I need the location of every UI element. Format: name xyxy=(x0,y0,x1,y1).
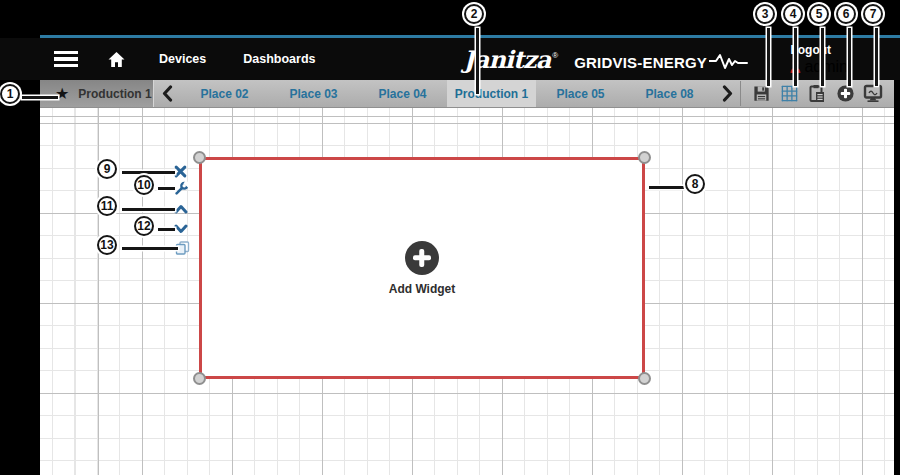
resize-handle-bottom-right[interactable] xyxy=(638,372,651,385)
main-navbar: Devices Dashboards Janitza ® GRIDVIS-ENE… xyxy=(0,38,900,80)
callout-6-line xyxy=(848,28,851,86)
tab-place-02[interactable]: Place 02 xyxy=(180,80,269,107)
plus-icon xyxy=(405,241,439,275)
save-button[interactable] xyxy=(751,83,773,105)
callout-1: 1 xyxy=(0,84,20,104)
tab-place-03[interactable]: Place 03 xyxy=(269,80,358,107)
star-icon: ★ xyxy=(55,86,69,102)
paste-icon xyxy=(808,84,826,103)
pulse-waveform-icon xyxy=(709,51,749,71)
close-icon xyxy=(174,165,187,178)
callout-5-line xyxy=(821,28,824,86)
callout-2-line xyxy=(476,28,479,94)
display-icon xyxy=(863,84,883,103)
product-name: GRIDVIS-ENERGY xyxy=(574,54,707,71)
wrench-icon xyxy=(174,181,189,196)
dashboard-toolbar xyxy=(741,80,894,107)
resize-handle-top-left[interactable] xyxy=(193,151,206,164)
callout-11: 11 xyxy=(97,196,117,216)
callout-3: 3 xyxy=(755,4,775,24)
accent-divider xyxy=(40,35,900,38)
resize-handle-top-right[interactable] xyxy=(638,151,651,164)
nav-item-dashboards[interactable]: Dashboards xyxy=(243,52,315,66)
callout-13-line xyxy=(122,247,178,250)
callout-3-line xyxy=(767,28,770,86)
right-black-strip xyxy=(894,80,900,475)
callout-7: 7 xyxy=(863,4,883,24)
add-dashboard-button[interactable] xyxy=(834,83,856,105)
current-user: admin xyxy=(790,58,848,76)
tab-place-04[interactable]: Place 04 xyxy=(358,80,447,107)
callout-10-line xyxy=(158,187,175,190)
tab-production-1-active[interactable]: Production 1 xyxy=(447,80,536,107)
add-widget-label: Add Widget xyxy=(389,282,456,296)
save-icon xyxy=(752,84,771,103)
chevron-right-icon xyxy=(722,85,733,102)
move-down-icon xyxy=(174,224,188,234)
callout-7-line xyxy=(875,28,878,86)
callout-8: 8 xyxy=(685,174,705,194)
widget-settings-button[interactable] xyxy=(174,181,189,196)
callout-4: 4 xyxy=(783,4,803,24)
home-button[interactable] xyxy=(107,51,126,68)
dashboard-tabbar: ★ Production 1 Place 02 Place 03 Place 0… xyxy=(40,80,894,108)
callout-11-line xyxy=(122,208,175,211)
display-mode-button[interactable] xyxy=(862,83,884,105)
selected-widget-frame[interactable]: Add Widget xyxy=(199,157,645,379)
favorite-dashboard-tab[interactable]: ★ Production 1 xyxy=(40,80,154,107)
tab-place-08[interactable]: Place 08 xyxy=(625,80,714,107)
brand-logo-group: Janitza ® GRIDVIS-ENERGY xyxy=(464,45,749,74)
grid-toggle-button[interactable] xyxy=(779,83,801,105)
callout-5: 5 xyxy=(809,4,829,24)
callout-13: 13 xyxy=(97,235,117,255)
username-label: admin xyxy=(804,58,848,76)
tabs-scroll-right-button[interactable] xyxy=(714,80,740,107)
home-icon xyxy=(107,51,126,68)
callout-4-line xyxy=(794,28,797,86)
callout-6: 6 xyxy=(836,4,856,24)
callout-1-line xyxy=(22,96,58,99)
chevron-left-icon xyxy=(162,85,173,102)
tab-place-05[interactable]: Place 05 xyxy=(536,80,625,107)
paste-button[interactable] xyxy=(806,83,828,105)
move-up-icon xyxy=(174,204,188,214)
callout-8-line xyxy=(649,186,687,189)
widget-move-down-button[interactable] xyxy=(174,224,188,234)
callout-9-line xyxy=(122,171,175,174)
callout-10: 10 xyxy=(134,175,154,195)
callout-9: 9 xyxy=(97,159,117,179)
grid-icon xyxy=(780,84,799,103)
widget-close-button[interactable] xyxy=(174,165,187,178)
widget-move-up-button[interactable] xyxy=(174,204,188,214)
add-dashboard-icon xyxy=(836,84,855,103)
resize-handle-bottom-left[interactable] xyxy=(193,372,206,385)
add-widget-button[interactable]: Add Widget xyxy=(389,241,456,296)
callout-2: 2 xyxy=(464,4,484,24)
registered-mark: ® xyxy=(552,51,558,60)
tabs-scroll-left-button[interactable] xyxy=(154,80,180,107)
callout-12-line xyxy=(158,228,175,231)
callout-12: 12 xyxy=(134,216,154,236)
favorite-tab-label: Production 1 xyxy=(78,87,151,101)
session-block: Logout admin xyxy=(790,43,848,76)
hamburger-icon[interactable] xyxy=(54,51,78,68)
nav-item-devices[interactable]: Devices xyxy=(159,52,206,66)
app-window: Devices Dashboards Janitza ® GRIDVIS-ENE… xyxy=(0,0,900,475)
logout-button[interactable]: Logout xyxy=(790,43,831,57)
